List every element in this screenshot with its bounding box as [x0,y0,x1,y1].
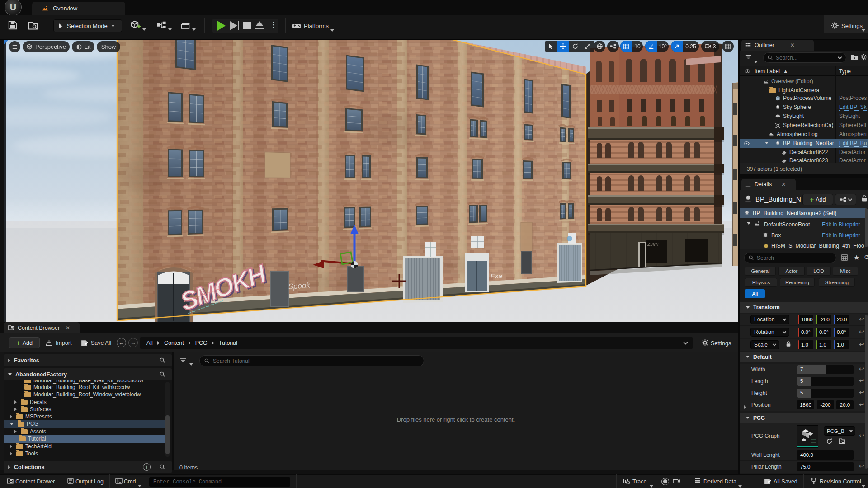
svg-text:zsim: zsim [647,241,659,247]
svg-text:Exa: Exa [491,272,502,280]
svg-text:Spook: Spook [288,281,311,291]
